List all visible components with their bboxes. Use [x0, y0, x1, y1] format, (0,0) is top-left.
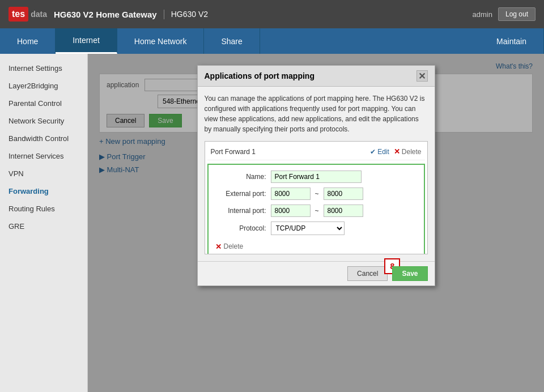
nav-home[interactable]: Home — [0, 28, 56, 54]
applications-modal: Applications of port mapping ✕ You can m… — [197, 65, 435, 286]
sidebar-item-layer2bridging[interactable]: Layer2Bridging — [0, 77, 87, 95]
name-row: Name: — [215, 171, 417, 183]
internal-port-label: Internal port: — [215, 206, 266, 216]
modal-overlay: Applications of port mapping ✕ You can m… — [88, 54, 544, 392]
logo: tes data — [8, 7, 47, 22]
external-port-from[interactable] — [271, 188, 311, 200]
list-item-actions: ✔ Edit ✕ Delete — [370, 146, 421, 157]
logout-button[interactable]: Log out — [498, 7, 536, 21]
protocol-row: Protocol: TCP/UDP TCP UDP — [215, 221, 417, 235]
content-area: What's this? application ✕ Delete 548-Et… — [88, 54, 544, 392]
edit-link[interactable]: ✔ Edit — [370, 146, 389, 157]
nav-share[interactable]: Share — [204, 28, 260, 54]
sidebar-item-internet-services[interactable]: Internet Services — [0, 147, 87, 165]
sidebar: Internet Settings Layer2Bridging Parenta… — [0, 54, 88, 392]
external-port-label: External port: — [215, 189, 266, 199]
sub-form: 7 Name: External port: ~ — [207, 164, 425, 255]
protocol-label: Protocol: — [215, 223, 266, 233]
delete-link[interactable]: ✕ Delete — [394, 146, 422, 157]
header-title: HG630 V2 Home Gateway — [54, 10, 164, 19]
protocol-select[interactable]: TCP/UDP TCP UDP — [271, 221, 345, 235]
main-nav: Home Internet Home Network Share Maintai… — [0, 28, 544, 54]
nav-home-network[interactable]: Home Network — [117, 28, 205, 54]
internal-port-row: Internal port: ~ — [215, 204, 417, 217]
modal-title: Applications of port mapping — [205, 71, 314, 80]
name-input[interactable] — [271, 171, 362, 183]
internal-port-from[interactable] — [271, 204, 311, 217]
modal-body: You can manage the applications of port … — [198, 87, 435, 261]
x-delete-icon2: ✕ — [215, 241, 222, 253]
modal-save-button[interactable]: Save — [392, 266, 427, 281]
sidebar-item-vpn[interactable]: VPN — [0, 165, 87, 182]
logo-icon: tes — [8, 7, 28, 22]
header: tes data HG630 V2 Home Gateway HG630 V2 … — [0, 0, 544, 28]
external-port-row: External port: ~ — [215, 188, 417, 200]
nav-internet[interactable]: Internet — [56, 28, 117, 54]
modal-close-button[interactable]: ✕ — [416, 70, 428, 82]
nav-maintain[interactable]: Maintain — [479, 28, 544, 54]
logo-data: data — [31, 10, 47, 19]
sidebar-item-forwarding[interactable]: Forwarding — [0, 182, 87, 200]
sub-form-new[interactable]: + New — [215, 254, 417, 254]
modal-footer: Cancel 8 Save — [198, 261, 435, 286]
list-item: Port Forward 1 ✔ Edit ✕ Delete — [207, 144, 425, 160]
modal-cancel-button[interactable]: Cancel — [347, 266, 388, 281]
sidebar-item-internet-settings[interactable]: Internet Settings — [0, 59, 87, 77]
check-icon: ✔ — [370, 147, 376, 157]
sub-form-delete[interactable]: ✕ Delete — [215, 240, 417, 254]
internal-port-to[interactable] — [324, 204, 363, 217]
x-delete-icon: ✕ — [394, 146, 400, 157]
tilde-2: ~ — [315, 206, 319, 216]
external-port-to[interactable] — [324, 188, 363, 200]
tilde-1: ~ — [315, 189, 319, 199]
sidebar-item-network-security[interactable]: Network Security — [0, 112, 87, 130]
sidebar-item-parental-control[interactable]: Parental Control — [0, 95, 87, 112]
header-subtitle: HG630 V2 — [171, 10, 208, 19]
modal-list[interactable]: Port Forward 1 ✔ Edit ✕ Delete — [205, 141, 428, 254]
name-label: Name: — [215, 172, 266, 182]
modal-description: You can manage the applications of port … — [205, 93, 428, 134]
sidebar-item-gre[interactable]: GRE — [0, 218, 87, 235]
sidebar-item-routing-rules[interactable]: Routing Rules — [0, 200, 87, 218]
admin-label: admin — [473, 10, 492, 19]
sidebar-item-bandwidth-control[interactable]: Bandwidth Control — [0, 130, 87, 147]
list-item-name: Port Forward 1 — [211, 147, 256, 157]
header-right: admin Log out — [473, 7, 536, 21]
main-layout: Internet Settings Layer2Bridging Parenta… — [0, 54, 544, 392]
modal-title-bar: Applications of port mapping ✕ — [198, 66, 435, 87]
